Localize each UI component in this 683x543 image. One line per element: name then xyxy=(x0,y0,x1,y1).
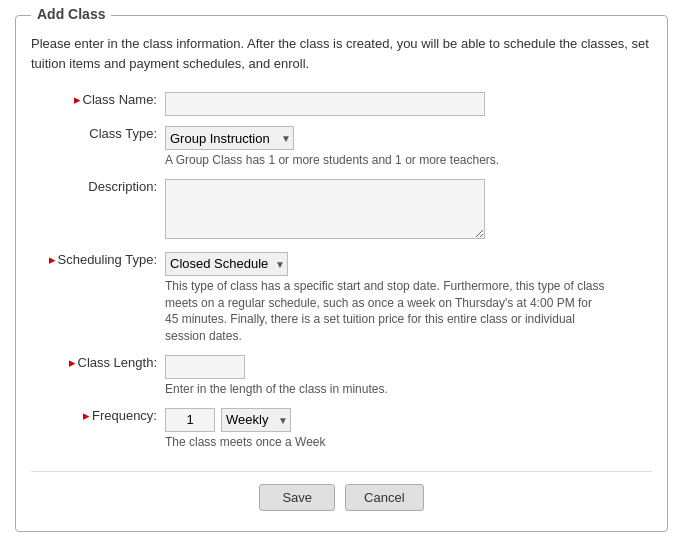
class-name-label: Class Name: xyxy=(83,92,157,107)
cancel-button[interactable]: Cancel xyxy=(345,484,423,511)
frequency-period-select-wrapper: Weekly Daily Monthly ▼ xyxy=(221,408,291,432)
class-type-row: Class Type: Group Instruction Private In… xyxy=(31,121,652,174)
add-class-fieldset: Add Class Please enter in the class info… xyxy=(15,15,668,532)
scheduling-type-select-wrapper: Closed Schedule Open Schedule ▼ xyxy=(165,252,288,276)
required-star: ▸ xyxy=(74,92,81,107)
description-label-cell: Description: xyxy=(31,174,161,247)
frequency-controls: Weekly Daily Monthly ▼ xyxy=(165,408,648,432)
class-length-input-cell: Enter in the length of the class in minu… xyxy=(161,350,652,403)
scheduling-type-row: ▸Scheduling Type: Closed Schedule Open S… xyxy=(31,247,652,350)
button-row: Save Cancel xyxy=(31,484,652,511)
class-length-label: Class Length: xyxy=(78,355,158,370)
save-button[interactable]: Save xyxy=(259,484,335,511)
class-length-row: ▸Class Length: Enter in the length of th… xyxy=(31,350,652,403)
page-container: Add Class Please enter in the class info… xyxy=(0,0,683,543)
class-name-input-cell xyxy=(161,87,652,121)
description-textarea[interactable] xyxy=(165,179,485,239)
scheduling-type-input-cell: Closed Schedule Open Schedule ▼ This typ… xyxy=(161,247,652,350)
class-name-input[interactable] xyxy=(165,92,485,116)
description-input-cell xyxy=(161,174,652,247)
form-table: ▸Class Name: Class Type: Group Instru xyxy=(31,87,652,456)
class-type-select-wrapper: Group Instruction Private Instruction Se… xyxy=(165,126,294,150)
class-name-row: ▸Class Name: xyxy=(31,87,652,121)
description-label: Description: xyxy=(88,179,157,194)
divider xyxy=(31,471,652,472)
frequency-label: Frequency: xyxy=(92,408,157,423)
class-type-select[interactable]: Group Instruction Private Instruction Se… xyxy=(165,126,294,150)
class-length-input[interactable] xyxy=(165,355,245,379)
class-type-hint: A Group Class has 1 or more students and… xyxy=(165,152,605,169)
class-type-label: Class Type: xyxy=(89,126,157,141)
required-star-length: ▸ xyxy=(69,355,76,370)
scheduling-type-label-cell: ▸Scheduling Type: xyxy=(31,247,161,350)
intro-text: Please enter in the class information. A… xyxy=(31,34,652,73)
frequency-row: ▸Frequency: Weekly Daily Monthly xyxy=(31,403,652,456)
class-length-hint: Enter in the length of the class in minu… xyxy=(165,381,605,398)
scheduling-type-label: Scheduling Type: xyxy=(58,252,158,267)
required-star-frequency: ▸ xyxy=(83,408,90,423)
class-length-label-cell: ▸Class Length: xyxy=(31,350,161,403)
fieldset-legend: Add Class xyxy=(31,6,111,22)
frequency-hint: The class meets once a Week xyxy=(165,434,605,451)
frequency-label-cell: ▸Frequency: xyxy=(31,403,161,456)
scheduling-type-select[interactable]: Closed Schedule Open Schedule xyxy=(165,252,288,276)
description-row: Description: xyxy=(31,174,652,247)
required-star-scheduling: ▸ xyxy=(49,252,56,267)
class-name-label-cell: ▸Class Name: xyxy=(31,87,161,121)
frequency-input-cell: Weekly Daily Monthly ▼ The class meets o… xyxy=(161,403,652,456)
frequency-number-input[interactable] xyxy=(165,408,215,432)
class-type-label-cell: Class Type: xyxy=(31,121,161,174)
class-type-input-cell: Group Instruction Private Instruction Se… xyxy=(161,121,652,174)
frequency-period-select[interactable]: Weekly Daily Monthly xyxy=(221,408,291,432)
scheduling-type-hint: This type of class has a specific start … xyxy=(165,278,605,345)
